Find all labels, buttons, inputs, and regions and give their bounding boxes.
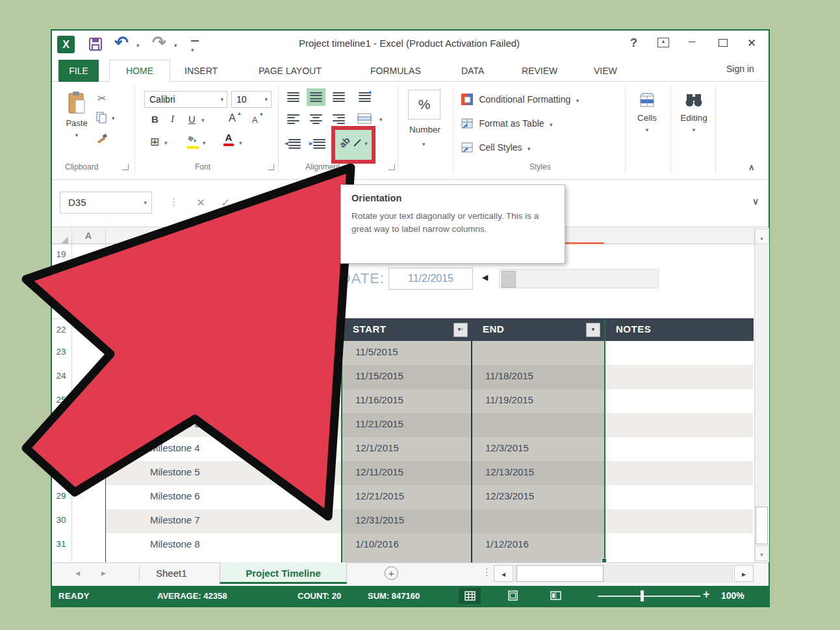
customize-quick-access-icon[interactable]: ▾ [191,40,199,55]
view-page-layout-button[interactable] [502,588,524,604]
borders-button[interactable]: ⊞ [150,135,159,149]
cells-group-button[interactable]: Cells ▾ [629,90,665,134]
sign-in-link[interactable]: Sign in [726,64,754,74]
row-header-19[interactable]: 19 [52,249,70,259]
sheet-tab-project-timeline[interactable]: Project Timeline [220,562,347,584]
row-header-25[interactable]: 25 [52,395,70,405]
tab-view[interactable]: VIEW [594,66,617,76]
cell-start[interactable]: 11/5/2015 [342,341,484,366]
vertical-scrollbar-thumb[interactable] [756,507,768,544]
date-scrollbar-thumb[interactable] [502,271,516,288]
copy-dropdown-icon[interactable]: ▾ [112,116,115,121]
cell-start[interactable]: 12/21/2015 [342,485,484,510]
row-header-26[interactable]: 26 [52,419,70,429]
zoom-in-icon[interactable]: + [703,588,710,601]
percent-style-button[interactable]: % [408,90,440,120]
cell-start[interactable]: 12/31/2015 [342,509,484,535]
fill-handle[interactable] [602,558,607,563]
tab-formulas[interactable]: FORMULAS [370,66,421,76]
date-spinner-left-icon[interactable]: ◀ [482,273,488,282]
paste-button[interactable]: Paste ▾ [62,90,92,155]
close-icon[interactable]: ✕ [747,36,756,50]
filter-dropdown-end[interactable]: ▾ [586,323,600,337]
tab-file[interactable]: FILE [58,60,99,82]
cell-end[interactable] [472,509,617,535]
maximize-icon[interactable] [719,39,728,47]
filter-dropdown-start[interactable]: ▾↑ [453,323,468,337]
hscroll-left-icon[interactable]: ◂ [494,565,513,582]
select-all-corner[interactable] [61,236,68,244]
sheet-nav-right-icon[interactable]: ▸ [101,568,106,578]
sheet-tab-sheet1[interactable]: Sheet1 [156,568,187,579]
minimize-icon[interactable]: ─ [689,36,696,47]
tab-review[interactable]: REVIEW [522,66,557,76]
name-box[interactable]: D35 ▾ [60,192,152,214]
increase-indent-button[interactable] [313,139,325,149]
name-box-splitter-icon[interactable]: ⋮ [169,196,179,208]
row-header-30[interactable]: 30 [52,515,70,525]
row-header-20[interactable]: 20 [52,273,70,283]
alignment-dialog-launcher[interactable] [388,164,395,170]
align-bottom-button[interactable] [333,92,345,102]
filter-dropdown-milestone[interactable]: ▾ [320,323,334,337]
cell-end[interactable]: 12/3/2015 [472,437,617,462]
view-normal-button[interactable] [459,588,481,604]
font-dialog-launcher[interactable] [268,164,274,170]
row-header-28[interactable]: 28 [52,467,70,477]
align-top-button[interactable] [287,92,299,102]
cell-end[interactable]: 11/18/2015 [472,365,617,390]
cell-end[interactable] [472,413,617,438]
cell-notes[interactable] [605,509,753,535]
shrink-font-button[interactable]: A [252,115,258,125]
excel-logo-icon[interactable]: X [57,36,75,53]
decrease-indent-button[interactable] [288,139,301,149]
tab-page-layout[interactable]: PAGE LAYOUT [259,66,322,76]
font-name-combo[interactable]: Calibri ▾ [144,91,227,108]
editing-group-button[interactable]: Editing ▾ [674,90,713,134]
underline-button[interactable]: U [188,114,196,125]
underline-dropdown-icon[interactable]: ▾ [201,118,205,123]
italic-button[interactable]: I [171,114,174,125]
status-sum[interactable]: SUM: 847160 [368,591,420,601]
cell-start[interactable]: 11/21/2015 [342,413,484,438]
cell-start[interactable]: 1/10/2016 [342,533,484,559]
fill-color-button[interactable] [187,134,199,149]
cancel-formula-icon[interactable]: ✕ [196,196,205,210]
cell-notes[interactable] [605,341,753,366]
row-header-31[interactable]: 31 [52,539,70,549]
column-header-a[interactable]: A [71,231,105,241]
redo-icon[interactable]: ↷ [152,32,166,53]
zoom-slider-handle[interactable] [641,590,644,601]
cell-notes[interactable] [605,365,753,390]
align-middle-button[interactable] [307,88,325,106]
tab-scroll-splitter-icon[interactable]: ⋮ [482,566,492,578]
new-sheet-icon[interactable]: + [385,566,398,580]
view-page-break-button[interactable] [544,588,566,604]
fill-color-dropdown-icon[interactable]: ▾ [203,140,206,146]
cut-icon[interactable]: ✂ [97,92,106,105]
cell-end[interactable]: 12/13/2015 [472,461,617,486]
conditional-formatting-button[interactable]: Conditional Formatting ▾ [461,94,579,108]
cell-notes[interactable] [605,413,753,438]
number-dropdown-icon[interactable]: ▾ [422,142,426,147]
merge-dropdown-icon[interactable]: ▾ [379,117,383,123]
row-header-24[interactable]: 24 [52,371,70,381]
scroll-down-icon[interactable]: ▾ [755,546,769,561]
tab-home[interactable]: HOME [109,60,170,82]
date-input[interactable]: 11/2/2015 [388,268,473,290]
grow-font-button[interactable]: A [229,112,236,124]
format-as-table-button[interactable]: Format as Table ▾ [461,118,553,132]
status-count[interactable]: COUNT: 20 [298,591,341,601]
row-header-22[interactable]: 22 [52,325,70,334]
row-header-23[interactable]: 23 [52,347,70,357]
bold-button[interactable]: B [151,114,159,125]
cell-notes[interactable] [605,461,753,486]
sheet-nav-left-icon[interactable]: ◂ [75,568,80,578]
cell-notes[interactable] [605,437,753,462]
expand-formula-bar-icon[interactable]: ∨ [752,196,759,207]
cell-notes[interactable] [605,533,753,559]
font-size-combo[interactable]: 10 ▾ [231,91,272,108]
align-right-button[interactable] [333,114,345,124]
cell-end[interactable]: 11/19/2015 [472,389,617,414]
zoom-level[interactable]: 100% [721,590,745,601]
